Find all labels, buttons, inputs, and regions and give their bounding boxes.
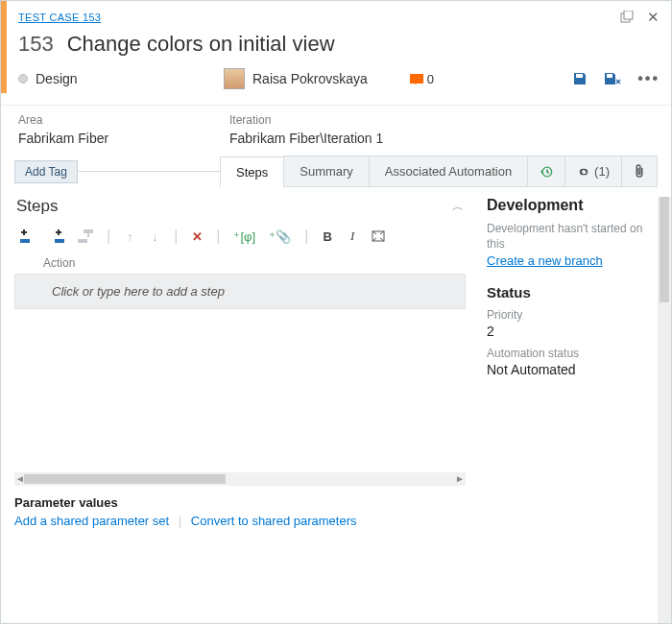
development-title: Development (487, 197, 663, 214)
breadcrumb-link[interactable]: TEST CASE 153 (18, 12, 101, 23)
attachment-icon (634, 164, 645, 179)
move-down-icon: ↓ (149, 229, 160, 244)
add-shared-parameter-link[interactable]: Add a shared parameter set (14, 514, 169, 528)
save-close-icon[interactable] (603, 71, 622, 86)
work-item-title[interactable]: Change colors on initial view (67, 32, 335, 57)
priority-label: Priority (487, 308, 663, 322)
create-branch-link[interactable]: Create a new branch (487, 253, 603, 268)
comment-count: 0 (427, 72, 434, 86)
move-up-icon: ↑ (124, 229, 135, 244)
add-param-icon[interactable]: ⁺[φ] (233, 229, 255, 244)
state-dot-icon (18, 74, 28, 84)
history-icon (540, 165, 553, 179)
parameter-values-title: Parameter values (14, 495, 469, 510)
discussion-button[interactable]: 0 (410, 72, 434, 86)
insert-shared-icon[interactable] (49, 229, 64, 243)
header: TEST CASE 153 ✕ 153 Change colors on ini… (1, 1, 671, 95)
iteration-value[interactable]: Fabrikam Fiber\Iteration 1 (229, 131, 383, 146)
assignee-field[interactable]: Raisa Pokrovskaya (224, 68, 368, 89)
steps-section-title: Steps (16, 197, 58, 216)
tab-associated-automation[interactable]: Associated Automation (369, 156, 528, 186)
scroll-left-icon[interactable]: ◄ (14, 472, 26, 486)
steps-toolbar: | ↑ ↓ | ✕ | ⁺[φ] ⁺📎 | B I (14, 224, 469, 254)
bold-icon[interactable]: B (322, 229, 333, 244)
state-label: Design (36, 71, 78, 86)
link-icon (577, 166, 590, 178)
tabs: Steps Summary Associated Automation (1) (221, 156, 658, 187)
collapse-icon[interactable]: ︿ (452, 199, 464, 215)
convert-shared-parameters-link[interactable]: Convert to shared parameters (191, 514, 357, 528)
save-icon[interactable] (572, 71, 588, 86)
add-step-input[interactable]: Click or type here to add a step (14, 274, 466, 309)
priority-value[interactable]: 2 (487, 324, 663, 339)
links-count: (1) (594, 164, 610, 179)
add-attachment-icon[interactable]: ⁺📎 (269, 229, 291, 244)
automation-status-value[interactable]: Not Automated (487, 362, 663, 377)
automation-status-label: Automation status (487, 347, 663, 360)
tab-links[interactable]: (1) (564, 156, 622, 186)
area-value[interactable]: Fabrikam Fiber (18, 131, 206, 146)
italic-icon[interactable]: I (347, 228, 358, 244)
comment-icon (410, 74, 423, 84)
action-column-header: Action (14, 254, 469, 274)
status-title: Status (487, 284, 663, 300)
state-field[interactable]: Design (18, 71, 201, 86)
iteration-label: Iteration (229, 113, 383, 127)
create-shared-icon[interactable] (78, 229, 93, 243)
vertical-scrollbar[interactable] (658, 197, 671, 623)
close-icon[interactable]: ✕ (647, 9, 660, 26)
svg-rect-1 (624, 11, 633, 19)
delete-step-icon[interactable]: ✕ (191, 229, 203, 244)
development-text: Development hasn't started on this (487, 222, 663, 252)
tab-summary[interactable]: Summary (283, 156, 370, 186)
scroll-right-icon[interactable]: ► (454, 472, 466, 486)
work-item-id: 153 (18, 32, 54, 57)
tab-steps[interactable]: Steps (220, 156, 284, 187)
area-label: Area (18, 113, 206, 127)
tab-history[interactable] (527, 156, 565, 186)
tab-attachments[interactable] (621, 156, 658, 186)
add-tag-button[interactable]: Add Tag (14, 160, 78, 183)
fullscreen-icon[interactable] (372, 230, 385, 242)
avatar (224, 68, 245, 89)
insert-step-icon[interactable] (20, 229, 36, 243)
classification-fields: Area Fabrikam Fiber Iteration Fabrikam F… (1, 106, 671, 146)
assignee-name: Raisa Pokrovskaya (252, 71, 368, 86)
horizontal-scrollbar[interactable]: ◄ ► (14, 472, 466, 486)
more-actions-icon[interactable]: ••• (637, 70, 660, 87)
popout-icon[interactable] (620, 11, 634, 24)
